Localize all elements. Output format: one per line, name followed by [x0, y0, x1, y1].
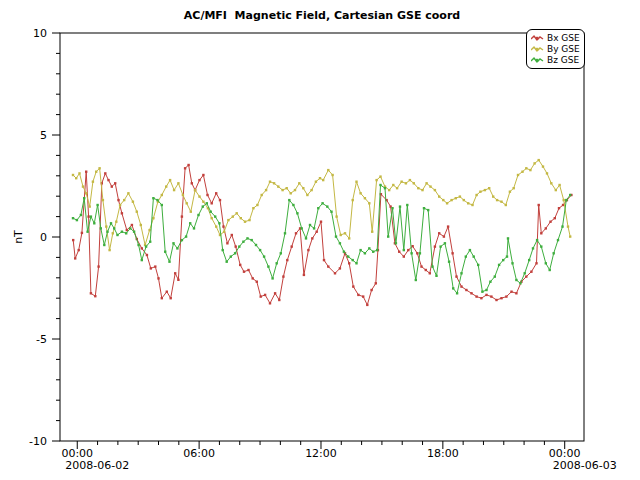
series-bx-gse: [72, 164, 573, 306]
bx-line-icon: [531, 34, 544, 42]
legend: Bx GSE By GSE Bz GSE: [526, 29, 585, 69]
y-tick-label: 5: [40, 129, 47, 142]
x-tick-label: 18:00: [427, 447, 459, 460]
x-date-label: 2008-06-03: [553, 459, 617, 472]
legend-item: Bz GSE: [531, 54, 580, 65]
legend-label: By GSE: [547, 44, 580, 54]
y-axis: 1050-5-10: [29, 27, 60, 448]
y-tick-label: 0: [40, 231, 47, 244]
legend-label: Bz GSE: [547, 55, 579, 65]
x-tick-label: 12:00: [305, 447, 337, 460]
legend-item: By GSE: [531, 43, 580, 54]
x-axis: 00:002008-06-0206:0012:0018:0000:002008-…: [61, 441, 616, 472]
legend-item: Bx GSE: [531, 32, 580, 43]
plot-canvas: 1050-5-1000:002008-06-0206:0012:0018:000…: [0, 0, 640, 480]
y-tick-label: -5: [36, 333, 47, 346]
bz-line-icon: [531, 56, 544, 64]
x-date-label: 2008-06-02: [65, 459, 129, 472]
by-line-icon: [531, 45, 544, 53]
y-tick-label: 10: [33, 27, 47, 40]
legend-label: Bx GSE: [547, 33, 580, 43]
y-tick-label: -10: [29, 435, 47, 448]
x-tick-label: 06:00: [183, 447, 215, 460]
cdaweb-plot-window: AC/MFI Magnetic Field, Cartesian GSE coo…: [0, 0, 640, 480]
